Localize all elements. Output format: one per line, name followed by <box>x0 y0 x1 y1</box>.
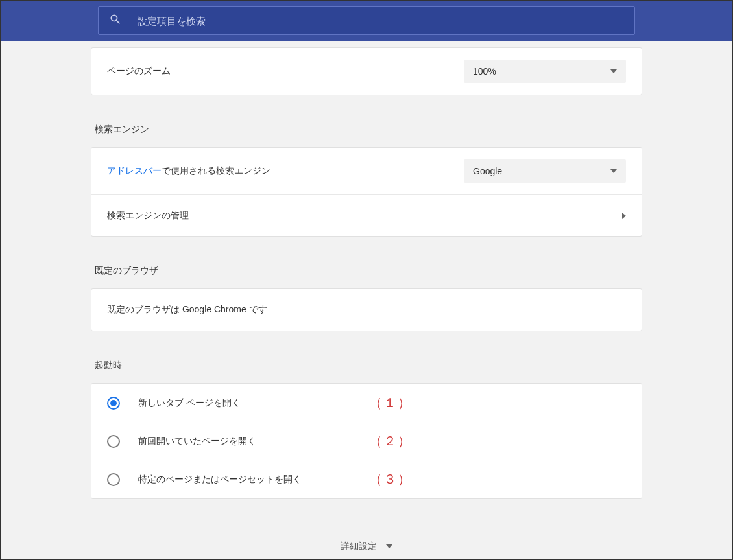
settings-content: ページのズーム 100% 検索エンジン アドレスバーで使用される検索エンジン G… <box>91 41 642 560</box>
search-icon <box>109 13 122 29</box>
chevron-down-icon <box>610 69 617 73</box>
advanced-settings-toggle[interactable]: 詳細設定 <box>91 515 642 560</box>
startup-option-label: 特定のページまたはページセットを開く <box>138 474 302 485</box>
chevron-down-icon <box>386 544 392 548</box>
startup-option-new-tab[interactable]: 新しいタブ ページを開く （１） <box>91 384 642 422</box>
radio-icon[interactable] <box>107 473 120 486</box>
default-browser-status: 既定のブラウザは Google Chrome です <box>107 304 267 316</box>
startup-card: 新しいタブ ページを開く （１） 前回開いていたページを開く （２） 特定のペー… <box>91 383 642 499</box>
default-browser-row: 既定のブラウザは Google Chrome です <box>91 289 642 331</box>
page-zoom-row: ページのズーム 100% <box>91 48 642 95</box>
page-zoom-select[interactable]: 100% <box>464 60 626 83</box>
default-browser-card: 既定のブラウザは Google Chrome です <box>91 288 642 331</box>
radio-icon[interactable] <box>107 435 120 448</box>
radio-icon[interactable] <box>107 397 120 410</box>
startup-section-title: 起動時 <box>91 347 642 383</box>
search-engine-value: Google <box>473 166 502 176</box>
annotation-marker: （３） <box>369 471 626 488</box>
chevron-right-icon <box>622 213 626 219</box>
address-bar-link[interactable]: アドレスバー <box>107 165 162 176</box>
manage-search-engines-row[interactable]: 検索エンジンの管理 <box>91 194 642 236</box>
startup-option-label: 新しいタブ ページを開く <box>138 397 241 409</box>
advanced-settings-label: 詳細設定 <box>341 541 377 552</box>
address-bar-suffix: で使用される検索エンジン <box>162 165 270 176</box>
search-engine-card: アドレスバーで使用される検索エンジン Google 検索エンジンの管理 <box>91 147 642 237</box>
startup-option-specific[interactable]: 特定のページまたはページセットを開く （３） <box>91 460 642 498</box>
default-browser-section-title: 既定のブラウザ <box>91 252 642 288</box>
startup-option-label: 前回開いていたページを開く <box>138 436 256 447</box>
search-container[interactable] <box>98 6 635 35</box>
search-engine-section-title: 検索エンジン <box>91 111 642 147</box>
manage-search-engines-label: 検索エンジンの管理 <box>107 210 189 222</box>
page-zoom-value: 100% <box>473 66 496 76</box>
annotation-marker: （１） <box>369 394 626 412</box>
search-engine-select[interactable]: Google <box>464 159 626 183</box>
zoom-card: ページのズーム 100% <box>91 47 642 95</box>
page-zoom-label: ページのズーム <box>107 65 171 77</box>
header-bar <box>1 1 732 41</box>
chevron-down-icon <box>610 169 617 173</box>
search-input[interactable] <box>138 16 624 27</box>
annotation-marker: （２） <box>369 432 626 450</box>
address-bar-engine-row: アドレスバーで使用される検索エンジン Google <box>91 148 642 194</box>
startup-option-continue[interactable]: 前回開いていたページを開く （２） <box>91 422 642 460</box>
address-bar-engine-label: アドレスバーで使用される検索エンジン <box>107 165 270 177</box>
